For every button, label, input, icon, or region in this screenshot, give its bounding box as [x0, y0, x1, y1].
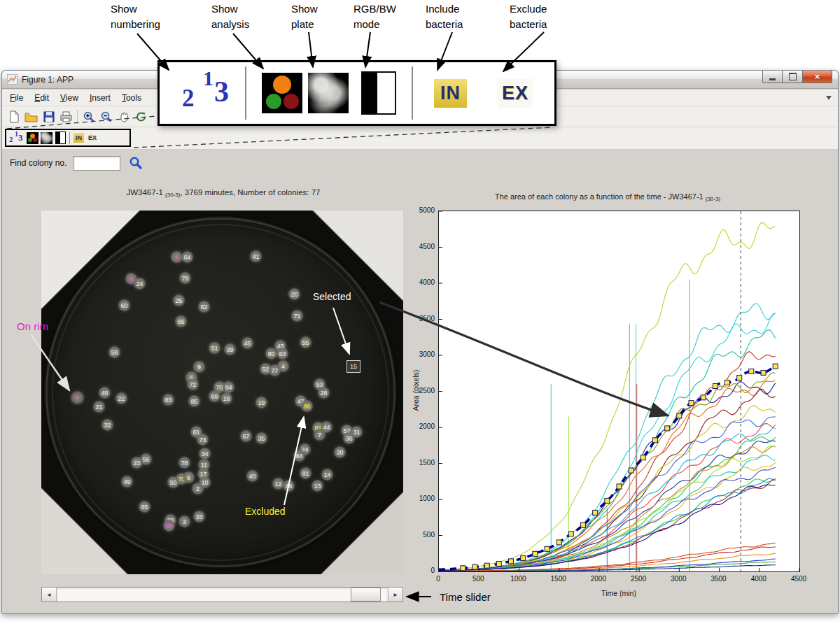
open-folder-icon	[24, 111, 38, 123]
menu-tools[interactable]: Tools	[116, 91, 147, 105]
colony-56[interactable]: 56	[140, 453, 152, 465]
toolbar-separator	[412, 66, 413, 120]
colony-35[interactable]: 35	[255, 432, 267, 444]
menu-file[interactable]: File	[4, 91, 29, 105]
search-icon	[129, 156, 143, 170]
colony-62[interactable]: 62	[198, 301, 210, 313]
colony-28[interactable]: 28	[318, 387, 330, 399]
menu-overflow-icon[interactable]	[826, 96, 832, 100]
menu-view[interactable]: View	[55, 91, 84, 105]
new-figure-button[interactable]	[5, 108, 22, 125]
colony-20[interactable]: 20	[288, 288, 300, 300]
colony-69[interactable]: 69	[209, 390, 220, 402]
colony-33[interactable]: 33	[193, 511, 205, 522]
colony-40[interactable]: 40	[246, 470, 258, 482]
colony-64[interactable]: 64	[181, 251, 193, 263]
colony-41[interactable]: 41	[250, 250, 262, 262]
colony-30[interactable]: 30	[334, 446, 346, 458]
colony-45[interactable]: 45	[241, 337, 253, 349]
colony-46[interactable]: 46	[283, 480, 295, 492]
colony-19[interactable]: 19	[255, 397, 267, 408]
menu-insert[interactable]: Insert	[84, 91, 116, 105]
rgb-bw-mode-button[interactable]	[55, 131, 66, 144]
colony-9[interactable]: 9	[193, 361, 205, 373]
colony-63[interactable]: 63	[276, 348, 288, 360]
show-analysis-button[interactable]	[27, 132, 38, 144]
colony-34[interactable]: 34	[199, 448, 211, 460]
colony-86[interactable]: 86	[301, 400, 313, 412]
colony-4[interactable]: 4	[277, 360, 289, 372]
maximize-button[interactable]	[783, 71, 802, 83]
colony-8[interactable]: 8	[125, 273, 137, 285]
colony-66[interactable]: 66	[175, 315, 187, 327]
save-button[interactable]	[40, 108, 57, 125]
colony-14[interactable]: 14	[321, 469, 333, 481]
on-rim-annotation: On rim	[17, 320, 48, 332]
colony-9[interactable]: 9	[171, 251, 183, 263]
exclude-bacteria-button[interactable]: EX	[87, 133, 98, 143]
colony-21[interactable]: 21	[93, 401, 105, 413]
plate-image[interactable]: 15 6494179248602562207166585139455543806…	[41, 211, 403, 574]
chart-title: The area of each colony as a function of…	[411, 192, 804, 202]
colony-83[interactable]: 83	[162, 394, 174, 406]
colony-7[interactable]: 7	[314, 429, 326, 441]
colony-65[interactable]: 65	[139, 501, 150, 513]
colony-22[interactable]: 22	[115, 392, 127, 404]
slider-thumb[interactable]	[351, 588, 381, 602]
find-colony-input[interactable]	[73, 156, 120, 171]
search-colony-button[interactable]	[128, 155, 144, 171]
open-file-button[interactable]	[22, 108, 40, 125]
colony-73[interactable]: 73	[197, 434, 209, 446]
colony-84[interactable]: 84	[293, 450, 305, 462]
time-slider[interactable]: ◄ ►	[41, 587, 403, 602]
colony-3[interactable]: 3	[178, 515, 190, 527]
colony-58[interactable]: 58	[108, 346, 120, 358]
colony-71[interactable]: 71	[291, 310, 303, 322]
colony-13[interactable]: 13	[312, 480, 323, 492]
colony-6[interactable]: 6	[183, 471, 195, 483]
pan-button[interactable]	[115, 108, 132, 125]
colony-94[interactable]: 94	[223, 381, 234, 393]
zoom-out-button[interactable]	[97, 108, 115, 125]
show-plate-button[interactable]	[41, 132, 52, 144]
colony-49[interactable]: 49	[121, 476, 133, 488]
colony-60[interactable]: 60	[118, 299, 130, 311]
colony-85[interactable]: 85	[188, 395, 200, 407]
colony-32[interactable]: 32	[102, 419, 113, 431]
colony-on-rim[interactable]	[71, 391, 84, 404]
minimize-button[interactable]	[762, 71, 783, 83]
chart-plot-area[interactable]	[438, 211, 800, 572]
colony-78[interactable]: 78	[178, 457, 190, 469]
slider-right-arrow-button[interactable]: ►	[388, 588, 402, 602]
colony-39[interactable]: 39	[224, 343, 236, 355]
y-tick: 2000	[411, 422, 435, 430]
colony-80[interactable]: 80	[265, 348, 277, 360]
print-button[interactable]	[57, 108, 75, 125]
colony-90[interactable]: 90	[163, 520, 175, 532]
colony-51[interactable]: 51	[209, 342, 220, 354]
y-tick: 1500	[411, 459, 435, 467]
colony-79[interactable]: 79	[179, 272, 191, 284]
y-tick: 2500	[411, 387, 435, 394]
colony-18[interactable]: 18	[220, 392, 232, 404]
y-tick: 500	[411, 531, 435, 539]
colony-72[interactable]: 72	[187, 378, 199, 390]
menu-edit[interactable]: Edit	[29, 91, 55, 105]
close-button[interactable]: ×	[802, 71, 832, 83]
screenshot-stage: Show numbering Show analysis Show plate …	[0, 0, 840, 626]
rotate-3d-button[interactable]	[132, 108, 150, 125]
colony-2[interactable]: 2	[192, 483, 204, 495]
slider-track[interactable]	[57, 588, 388, 602]
colony-81[interactable]: 81	[300, 467, 312, 479]
colony-55[interactable]: 55	[300, 336, 312, 348]
colony-36[interactable]: 36	[343, 432, 355, 444]
selected-colony-box[interactable]: 15	[346, 360, 360, 373]
y-tick: 4000	[411, 278, 435, 286]
slider-left-arrow-button[interactable]: ◄	[42, 588, 57, 602]
colony-67[interactable]: 67	[240, 430, 252, 442]
include-bacteria-button[interactable]: IN	[74, 133, 84, 143]
colony-48[interactable]: 48	[99, 387, 111, 399]
colony-25[interactable]: 25	[173, 294, 185, 306]
zoom-in-button[interactable]	[80, 108, 97, 125]
show-numbering-button[interactable]: 213	[9, 131, 24, 145]
